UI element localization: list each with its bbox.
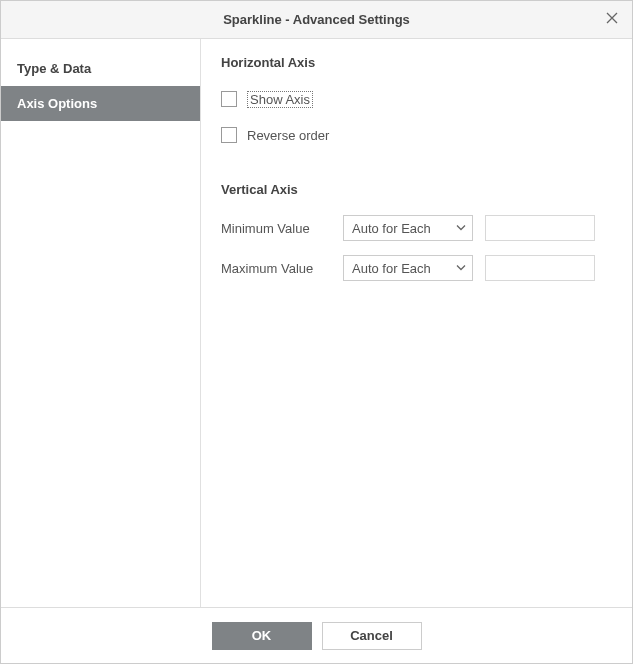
close-icon: [605, 11, 619, 28]
max-value-input[interactable]: [486, 256, 632, 280]
min-value-row: Minimum Value Auto for Each: [221, 213, 612, 243]
min-value-spinner: [485, 215, 595, 241]
max-value-spinner: [485, 255, 595, 281]
min-value-select[interactable]: Auto for Each: [343, 215, 473, 241]
chevron-down-icon: [456, 261, 466, 276]
sidebar-item-label: Type & Data: [17, 61, 91, 76]
chevron-down-icon: [456, 221, 466, 236]
max-value-select-text: Auto for Each: [352, 261, 431, 276]
min-value-input[interactable]: [486, 216, 632, 240]
ok-button[interactable]: OK: [212, 622, 312, 650]
show-axis-row: Show Axis: [221, 86, 612, 112]
show-axis-label: Show Axis: [247, 91, 313, 108]
sidebar-item-label: Axis Options: [17, 96, 97, 111]
sidebar-item-axis-options[interactable]: Axis Options: [1, 86, 200, 121]
show-axis-checkbox[interactable]: [221, 91, 237, 107]
footer: OK Cancel: [1, 607, 632, 663]
main-panel: Horizontal Axis Show Axis Reverse order …: [201, 39, 632, 607]
titlebar: Sparkline - Advanced Settings: [1, 1, 632, 39]
cancel-button-label: Cancel: [350, 628, 393, 643]
max-value-label: Maximum Value: [221, 261, 331, 276]
reverse-order-checkbox[interactable]: [221, 127, 237, 143]
ok-button-label: OK: [252, 628, 272, 643]
max-value-select[interactable]: Auto for Each: [343, 255, 473, 281]
sidebar: Type & Data Axis Options: [1, 39, 201, 607]
cancel-button[interactable]: Cancel: [322, 622, 422, 650]
dialog-title: Sparkline - Advanced Settings: [223, 12, 410, 27]
reverse-order-row: Reverse order: [221, 122, 612, 148]
max-value-row: Maximum Value Auto for Each: [221, 253, 612, 283]
sidebar-item-type-data[interactable]: Type & Data: [1, 51, 200, 86]
min-value-label: Minimum Value: [221, 221, 331, 236]
min-value-select-text: Auto for Each: [352, 221, 431, 236]
close-button[interactable]: [600, 8, 624, 32]
reverse-order-label: Reverse order: [247, 128, 329, 143]
vertical-axis-title: Vertical Axis: [221, 182, 612, 197]
dialog-body: Type & Data Axis Options Horizontal Axis…: [1, 39, 632, 607]
horizontal-axis-title: Horizontal Axis: [221, 55, 612, 70]
